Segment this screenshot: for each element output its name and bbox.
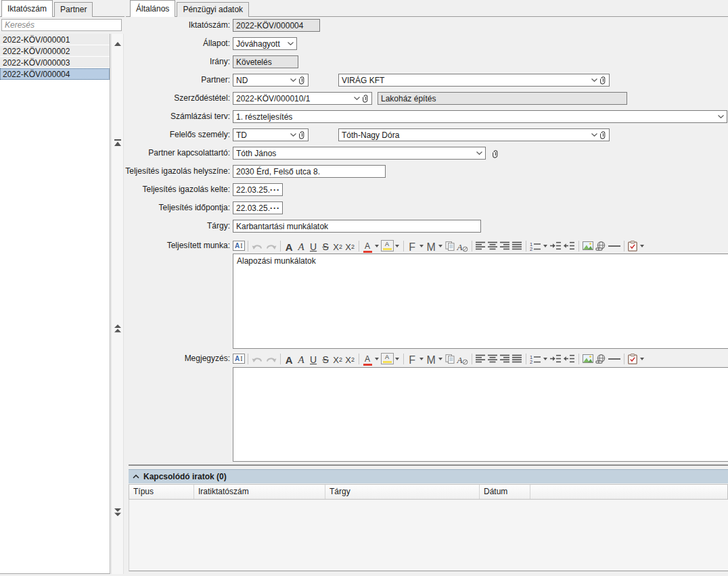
page-up-icon[interactable] [114,325,121,333]
numbered-list-icon[interactable]: 12 [529,239,542,253]
allapot-combo[interactable]: Jóváhagyott [233,37,297,50]
kapcsolattarto-combo[interactable]: Tóth János [233,147,486,160]
document-list[interactable]: 2022-KÖV/0000012022-KÖV/0000022022-KÖV/0… [0,34,110,574]
superscript-icon[interactable]: X2 [332,352,344,366]
font-size-icon[interactable]: M [426,239,437,253]
related-documents-header[interactable]: Kapcsolódó iratok (0) [129,469,728,483]
subscript-icon[interactable]: X2 [344,239,356,253]
outdent-icon[interactable] [563,239,576,253]
szerzodestetel-combo[interactable]: 2022-KÖV/000010/1 [233,92,372,105]
splitter[interactable] [129,464,728,466]
align-center-icon[interactable] [487,352,499,366]
column-header[interactable]: Iratiktatószám [194,485,325,499]
clear-formatting-icon[interactable]: A [457,352,469,366]
clear-formatting-icon[interactable]: A [457,239,469,253]
insert-image-icon[interactable] [582,352,594,366]
align-right-icon[interactable] [499,352,511,366]
text-edit-mode-icon[interactable]: AI [233,241,245,251]
felelos-name-combo[interactable]: Tóth-Nagy Dóra [338,128,610,141]
related-table-body[interactable] [129,500,728,571]
strikethrough-icon[interactable]: S [320,352,332,366]
column-header[interactable]: Típus [129,485,194,499]
paperclip-icon[interactable] [299,76,305,85]
redo-icon[interactable] [265,352,277,366]
text-edit-mode-icon[interactable]: AI [233,354,245,364]
partner-code-combo[interactable]: ND [233,74,309,87]
page-down-icon[interactable] [114,508,121,517]
font-color-icon[interactable]: A [362,239,373,253]
list-item[interactable]: 2022-KÖV/000001 [0,34,110,45]
undo-icon[interactable] [251,352,264,366]
chevron-down-icon[interactable] [288,42,294,45]
italic-icon[interactable]: A [296,239,307,253]
targy-input[interactable]: Karbantartási munkálatok [233,220,481,233]
tab-iktatoszam[interactable]: Iktatószám [1,0,53,17]
chevron-down-icon[interactable] [354,97,360,100]
copy-formatting-icon[interactable] [445,352,456,366]
horizontal-rule-icon[interactable] [608,239,621,253]
column-header[interactable]: Dátum [480,485,530,499]
paperclip-icon[interactable] [600,76,606,85]
subscript-icon[interactable]: X2 [344,352,356,366]
search-input[interactable] [1,19,122,31]
chevron-down-icon[interactable] [290,78,296,82]
undo-icon[interactable] [251,239,264,253]
copy-formatting-icon[interactable] [445,239,456,253]
align-right-icon[interactable] [499,239,511,253]
column-header[interactable]: Tárgy [325,485,480,499]
idopontja-date-input[interactable]: 22.03.25. ··· [233,201,283,214]
paste-special-icon[interactable] [627,239,639,253]
paste-special-icon[interactable] [627,352,639,366]
paperclip-icon[interactable] [363,94,369,103]
tab-penzugyi-adatok[interactable]: Pénzügyi adatok [177,2,249,17]
horizontal-rule-icon[interactable] [608,352,621,366]
highlight-color-icon[interactable]: A [381,240,394,251]
chevron-down-icon[interactable] [591,133,597,137]
numbered-list-dropdown-icon[interactable] [543,245,547,247]
kapcsolattarto-attach-button[interactable] [490,148,501,159]
font-color-dropdown-icon[interactable] [375,245,379,247]
align-left-icon[interactable] [475,352,486,366]
list-item[interactable]: 2022-KÖV/000002 [0,45,110,57]
font-name-dropdown-icon[interactable] [419,245,424,247]
column-header[interactable] [530,485,727,499]
highlight-color-dropdown-icon[interactable] [395,358,399,360]
font-color-icon[interactable]: A [362,352,373,366]
redo-icon[interactable] [265,239,277,253]
tab-partner[interactable]: Partner [54,2,93,17]
align-center-icon[interactable] [487,239,499,253]
font-name-dropdown-icon[interactable] [419,358,424,360]
felelos-code-combo[interactable]: TD [233,128,309,141]
list-item[interactable]: 2022-KÖV/000003 [0,57,110,68]
chevron-down-icon[interactable] [476,151,482,155]
underline-icon[interactable]: U [308,352,319,366]
align-justify-icon[interactable] [511,239,523,253]
highlight-color-icon[interactable]: A [381,353,394,364]
indent-icon[interactable] [549,352,562,366]
paperclip-icon[interactable] [299,130,305,139]
insert-link-icon[interactable] [595,239,607,253]
chevron-down-icon[interactable] [591,78,597,82]
paste-special-dropdown-icon[interactable] [640,358,644,360]
paste-special-dropdown-icon[interactable] [640,245,644,247]
align-left-icon[interactable] [475,239,486,253]
collapse-icon[interactable] [133,475,139,479]
align-justify-icon[interactable] [511,352,523,366]
font-size-dropdown-icon[interactable] [438,245,442,247]
insert-image-icon[interactable] [582,239,594,253]
list-item[interactable]: 2022-KÖV/000004 [0,68,110,80]
bold-icon[interactable]: A [283,352,295,366]
outdent-icon[interactable] [563,352,576,366]
chevron-down-icon[interactable] [718,115,724,118]
chevron-down-icon[interactable] [290,133,296,137]
font-size-icon[interactable]: M [426,352,437,366]
paperclip-icon[interactable] [493,149,499,158]
tab-altalanos[interactable]: Általános [130,0,175,17]
font-name-icon[interactable]: F [407,239,418,253]
highlight-color-dropdown-icon[interactable] [395,245,399,247]
underline-icon[interactable]: U [308,239,319,253]
kelte-date-input[interactable]: 22.03.25. ··· [233,183,283,196]
insert-link-icon[interactable] [595,352,607,366]
italic-icon[interactable]: A [296,352,307,366]
font-name-icon[interactable]: F [407,352,418,366]
